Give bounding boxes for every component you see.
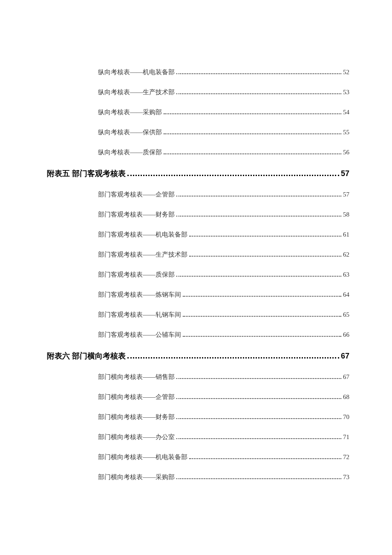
- toc-entry-title: 部门客观考核表——炼钢车间: [98, 291, 181, 299]
- toc-entry-title: 纵向考核表——质保部: [98, 148, 162, 156]
- toc-entry-page: 73: [343, 474, 349, 481]
- toc-leader-dots: [189, 256, 341, 257]
- toc-entry-page: 62: [343, 251, 349, 258]
- toc-entry-title: 部门客观考核表——轧钢车间: [98, 311, 181, 319]
- toc-leader-dots: [164, 133, 341, 134]
- toc-leader-dots: [176, 216, 341, 217]
- toc-entry-page: 70: [343, 413, 349, 421]
- toc-entry-title: 部门横向考核表——财务部: [98, 413, 175, 421]
- toc-leader-dots: [127, 175, 339, 176]
- toc-leader-dots: [176, 276, 341, 277]
- toc-entry-page: 66: [343, 331, 349, 338]
- toc-entry-title: 部门横向考核表——采购部: [98, 473, 175, 481]
- toc-entry-title: 部门客观考核表——财务部: [98, 211, 175, 219]
- toc-leader-dots: [189, 236, 341, 237]
- toc-entry-page: 64: [343, 291, 349, 298]
- toc-leader-dots: [189, 458, 341, 459]
- toc-entry-title: 纵向考核表——采购部: [98, 108, 162, 116]
- toc-sub-entry: 部门客观考核表——财务部58: [98, 211, 349, 219]
- toc-sub-entry: 部门横向考核表——机电装备部72: [98, 453, 349, 461]
- toc-entry-page: 57: [343, 191, 349, 198]
- toc-entry-page: 67: [341, 352, 349, 361]
- toc-sub-entry: 部门客观考核表——轧钢车间65: [98, 311, 349, 319]
- toc-entry-title: 部门客观考核表——机电装备部: [98, 231, 187, 239]
- toc-leader-dots: [164, 113, 341, 114]
- toc-entry-page: 71: [343, 434, 349, 441]
- toc-entry-title: 部门客观考核表——公辅车间: [98, 331, 181, 339]
- toc-entry-page: 53: [343, 89, 349, 96]
- toc-leader-dots: [164, 153, 341, 154]
- toc-sub-entry: 部门横向考核表——采购部73: [98, 473, 349, 481]
- toc-entry-page: 61: [343, 231, 349, 238]
- toc-sub-entry: 部门横向考核表——办公室71: [98, 433, 349, 441]
- toc-sub-entry: 部门横向考核表——企管部68: [98, 393, 349, 401]
- toc-sub-entry: 部门客观考核表——机电装备部61: [98, 231, 349, 239]
- toc-leader-dots: [176, 196, 341, 197]
- toc-leader-dots: [176, 418, 341, 419]
- toc-entry-page: 57: [341, 169, 349, 178]
- toc-entry-page: 54: [343, 109, 349, 116]
- toc-leader-dots: [176, 378, 341, 379]
- toc-entry-page: 55: [343, 129, 349, 136]
- toc-sub-entry: 部门客观考核表——炼钢车间64: [98, 291, 349, 299]
- toc-entry-title: 部门客观考核表——生产技术部: [98, 251, 187, 259]
- toc-sub-entry: 部门客观考核表——生产技术部62: [98, 251, 349, 259]
- toc-entry-page: 52: [343, 69, 349, 76]
- toc-leader-dots: [183, 336, 341, 337]
- toc-entry-title: 附表五 部门客观考核表: [47, 168, 126, 179]
- toc-leader-dots: [176, 73, 341, 74]
- toc-sub-entry: 部门客观考核表——质保部63: [98, 271, 349, 279]
- table-of-contents: 纵向考核表——机电装备部52纵向考核表——生产技术部53纵向考核表——采购部54…: [47, 68, 349, 481]
- toc-leader-dots: [176, 438, 341, 439]
- toc-entry-title: 部门横向考核表——办公室: [98, 433, 175, 441]
- toc-sub-entry: 纵向考核表——机电装备部52: [98, 68, 349, 76]
- toc-entry-title: 纵向考核表——保供部: [98, 128, 162, 136]
- toc-entry-title: 部门客观考核表——企管部: [98, 191, 175, 199]
- toc-sub-entry: 部门客观考核表——企管部57: [98, 191, 349, 199]
- toc-leader-dots: [176, 478, 341, 479]
- toc-section-entry: 附表六 部门横向考核表67: [47, 351, 349, 361]
- toc-entry-title: 部门横向考核表——企管部: [98, 393, 175, 401]
- toc-entry-page: 63: [343, 271, 349, 278]
- toc-leader-dots: [176, 398, 341, 399]
- toc-entry-title: 部门横向考核表——销售部: [98, 373, 175, 381]
- toc-entry-page: 65: [343, 311, 349, 318]
- toc-entry-page: 58: [343, 211, 349, 218]
- toc-entry-page: 56: [343, 149, 349, 156]
- toc-entry-page: 72: [343, 454, 349, 461]
- toc-leader-dots: [176, 93, 341, 94]
- toc-entry-title: 部门横向考核表——机电装备部: [98, 453, 187, 461]
- toc-sub-entry: 纵向考核表——生产技术部53: [98, 88, 349, 96]
- toc-leader-dots: [183, 316, 341, 317]
- toc-sub-entry: 部门横向考核表——财务部70: [98, 413, 349, 421]
- toc-leader-dots: [183, 296, 341, 297]
- toc-section-entry: 附表五 部门客观考核表57: [47, 168, 349, 179]
- toc-entry-title: 附表六 部门横向考核表: [47, 351, 126, 361]
- toc-sub-entry: 纵向考核表——质保部56: [98, 148, 349, 156]
- toc-sub-entry: 纵向考核表——保供部55: [98, 128, 349, 136]
- toc-entry-page: 68: [343, 393, 349, 401]
- toc-sub-entry: 纵向考核表——采购部54: [98, 108, 349, 116]
- toc-sub-entry: 部门横向考核表——销售部67: [98, 373, 349, 381]
- toc-entry-title: 部门客观考核表——质保部: [98, 271, 175, 279]
- toc-sub-entry: 部门客观考核表——公辅车间66: [98, 331, 349, 339]
- toc-leader-dots: [127, 357, 339, 358]
- toc-entry-title: 纵向考核表——机电装备部: [98, 68, 175, 76]
- toc-entry-title: 纵向考核表——生产技术部: [98, 88, 175, 96]
- toc-entry-page: 67: [343, 373, 349, 381]
